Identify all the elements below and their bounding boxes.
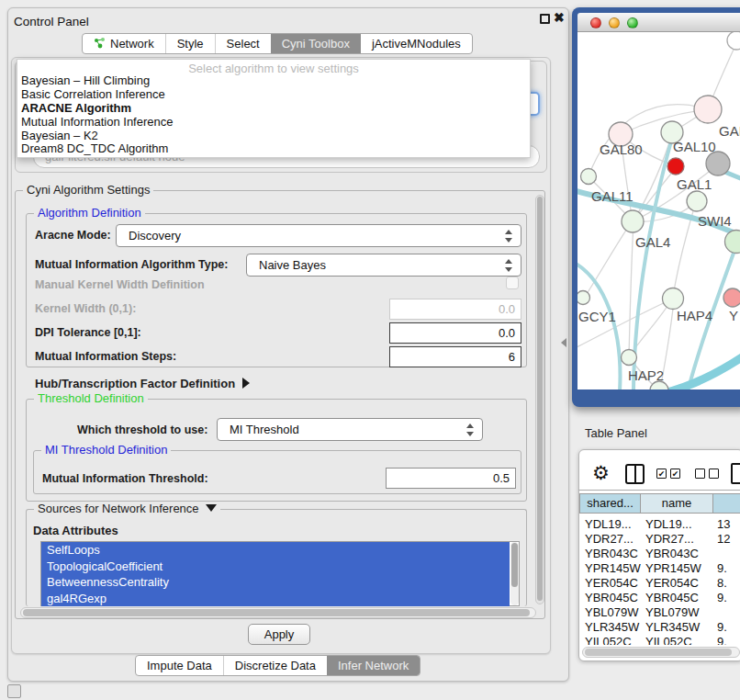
mi-threshold-field[interactable]: 0.5 [386, 468, 516, 489]
table-cell[interactable]: YIL052C [645, 635, 692, 645]
table-cell[interactable]: YIL052C [585, 635, 632, 645]
network-node[interactable] [727, 32, 740, 50]
network-canvas[interactable]: GAL GAL80 GAL10 GAL1 GAL11 SWI4 GAL4 GCY… [577, 32, 740, 390]
split-columns-icon[interactable] [625, 464, 645, 484]
expand-right-icon [242, 378, 250, 389]
mi-steps-field[interactable]: 6 [389, 346, 521, 367]
table-cell[interactable]: 9. [717, 635, 727, 645]
attributes-scrollbar[interactable] [510, 542, 519, 605]
node-label: GAL80 [600, 141, 643, 157]
table-cell[interactable]: YER054C [585, 576, 638, 590]
column-header-name[interactable]: name [640, 493, 713, 514]
float-window-icon[interactable] [540, 14, 550, 24]
settings-horizontal-scrollbar[interactable] [20, 607, 536, 618]
zoom-traffic-light-icon[interactable] [627, 17, 638, 28]
list-item-betweennesscentrality[interactable]: BetweennessCentrality [41, 574, 510, 591]
tab-infer-network[interactable]: Infer Network [327, 656, 420, 675]
table-cell[interactable]: YDL19... [645, 517, 692, 531]
algorithm-definition-title: Algorithm Definition [34, 206, 145, 220]
table-cell[interactable]: YBR045C [645, 591, 699, 604]
table-cell[interactable]: 9. [717, 561, 727, 575]
table-cell[interactable]: YLR345W [645, 620, 700, 634]
table-cell[interactable]: YBR045C [585, 591, 638, 604]
menu-item-bayesian-k2[interactable]: Bayesian – K2 [17, 130, 530, 143]
hub-definition-toggle[interactable]: Hub/Transcription Factor Definition [35, 377, 250, 390]
table-cell[interactable]: YLR345W [585, 620, 639, 634]
network-node[interactable] [694, 96, 722, 123]
manual-kernel-checkbox[interactable] [506, 277, 519, 289]
network-node-gray[interactable] [706, 152, 730, 175]
table-horizontal-scrollbar[interactable] [582, 647, 740, 658]
network-node-gal11[interactable] [581, 169, 597, 185]
network-node-selected-red[interactable] [667, 158, 684, 175]
table-cell[interactable]: 12 [717, 532, 730, 546]
dock-grip-icon[interactable] [7, 684, 21, 698]
network-graph[interactable]: GAL GAL80 GAL10 GAL1 GAL11 SWI4 GAL4 GCY… [577, 32, 740, 390]
network-node-salmon[interactable] [723, 288, 740, 307]
network-node-gcy1[interactable] [577, 291, 590, 305]
network-node[interactable] [725, 231, 740, 254]
close-icon[interactable]: ✖ [554, 10, 565, 25]
threshold-definition-title: Threshold Definition [34, 391, 148, 405]
menu-item-basic-correlation[interactable]: Basic Correlation Inference [17, 88, 530, 102]
menu-item-bayesian-hill-climbing[interactable]: Bayesian – Hill Climbing [17, 74, 530, 88]
dpi-tolerance-field[interactable]: 0.0 [389, 322, 521, 344]
table-cell[interactable]: YPR145W [585, 561, 641, 575]
checkbox-checked-icon[interactable]: ✔ [656, 469, 667, 479]
aracne-mode-combo[interactable]: Discovery [116, 224, 521, 247]
table-options-icon[interactable] [731, 463, 740, 484]
gear-icon[interactable]: ⚙ [592, 462, 610, 484]
column-header-partial[interactable] [712, 493, 740, 514]
node-label: GAL4 [635, 234, 670, 250]
table-cell[interactable]: YDL19... [585, 517, 632, 531]
checkbox-checked-icon[interactable]: ✔ [670, 469, 680, 479]
menu-item-mutual-information[interactable]: Mutual Information Inference [17, 116, 530, 130]
splitter-collapse-icon[interactable] [561, 338, 566, 347]
attributes-scrollbar-thumb[interactable] [511, 543, 518, 587]
column-header-shared-name[interactable]: shared... [579, 493, 641, 514]
table-cell[interactable]: 8. [717, 576, 727, 590]
network-node-gal4[interactable] [622, 210, 644, 232]
table-cell[interactable]: YBL079W [585, 605, 639, 619]
tab-jactivemnodules[interactable]: jActiveMNodules [361, 34, 472, 53]
table-cell[interactable]: YBR043C [645, 547, 699, 560]
table-cell[interactable]: YBL079W [645, 605, 700, 619]
list-item-selfloops[interactable]: SelfLoops [41, 542, 510, 559]
network-window-titlebar[interactable] [577, 13, 740, 32]
checkbox-unchecked-icon[interactable] [695, 469, 705, 479]
settings-vertical-scrollbar[interactable] [535, 195, 544, 604]
sources-title[interactable]: Sources for Network Inference [34, 502, 220, 515]
menu-item-aracne[interactable]: ARACNE Algorithm [17, 102, 530, 116]
data-attributes-list[interactable]: SelfLoops TopologicalCoefficient Between… [40, 541, 520, 606]
settings-horizontal-scrollbar-thumb[interactable] [23, 609, 530, 616]
table-cell[interactable]: YER054C [645, 576, 699, 590]
tab-style[interactable]: Style [165, 34, 215, 53]
close-traffic-light-icon[interactable] [590, 17, 601, 28]
minimize-traffic-light-icon[interactable] [609, 17, 620, 28]
table-cell[interactable]: 9. [717, 591, 727, 604]
mi-type-combo[interactable]: Naive Bayes [246, 254, 521, 277]
tab-impute-data[interactable]: Impute Data [136, 656, 223, 675]
checkbox-unchecked-icon[interactable] [709, 469, 719, 479]
table-cell[interactable]: 13 [717, 517, 730, 531]
list-item-gal4rgexp[interactable]: gal4RGexp [41, 591, 510, 607]
table-horizontal-scrollbar-thumb[interactable] [585, 649, 732, 656]
tab-cyni-toolbox[interactable]: Cyni Toolbox [271, 34, 361, 53]
network-node-gal1[interactable] [687, 191, 707, 211]
tab-discretize-data[interactable]: Discretize Data [223, 656, 327, 675]
table-cell[interactable]: YPR145W [645, 561, 701, 575]
table-cell[interactable]: YDR27... [645, 532, 694, 546]
which-threshold-combo[interactable]: MI Threshold [217, 418, 483, 441]
apply-button[interactable]: Apply [248, 624, 310, 645]
table-cell[interactable]: 9. [717, 620, 727, 634]
menu-item-dream8[interactable]: Dream8 DC_TDC Algorithm [17, 142, 530, 156]
tab-select[interactable]: Select [215, 34, 271, 53]
kernel-width-field[interactable]: 0.0 [389, 299, 521, 320]
list-item-topologicalcoefficient[interactable]: TopologicalCoefficient [41, 559, 510, 575]
tab-network[interactable]: Network [83, 34, 165, 53]
network-node-hap4[interactable] [663, 288, 684, 310]
settings-vertical-scrollbar-thumb[interactable] [537, 197, 543, 601]
table-cell[interactable]: YDR27... [585, 532, 633, 546]
network-node-hap2[interactable] [622, 350, 637, 366]
table-cell[interactable]: YBR043C [585, 547, 638, 560]
